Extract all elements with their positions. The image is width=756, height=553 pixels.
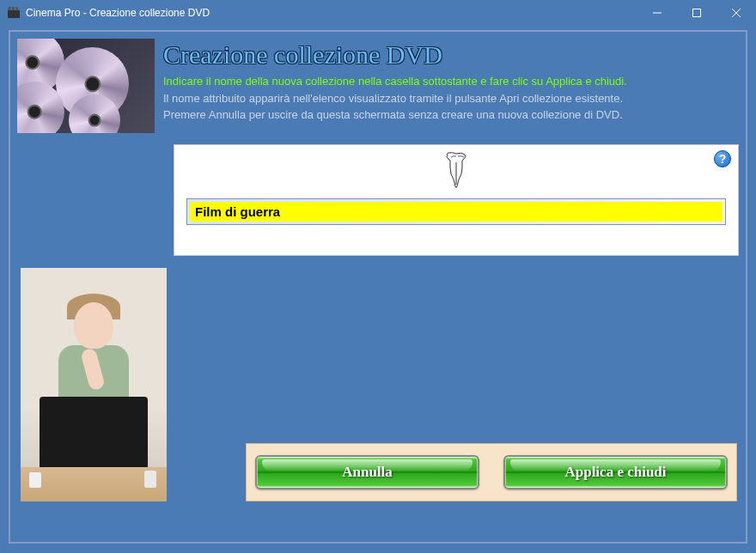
- bottom-row: Annulla Applica e chiudi: [10, 256, 746, 510]
- dvd-collection-image: [17, 39, 155, 133]
- header-text: Creazione collezione DVD Indicare il nom…: [163, 39, 739, 133]
- svg-rect-0: [8, 10, 20, 18]
- minimize-button[interactable]: [637, 0, 677, 26]
- instruction-secondary: Il nome attribuito apparirà nell'elenco …: [163, 90, 730, 107]
- instruction-primary: Indicare il nome della nuova collezione …: [163, 73, 730, 90]
- svg-rect-2: [12, 7, 15, 10]
- header-row: Creazione collezione DVD Indicare il nom…: [10, 32, 746, 140]
- input-container: [186, 198, 726, 225]
- window-title: Cinema Pro - Creazione collezione DVD: [26, 7, 637, 19]
- help-icon[interactable]: ?: [714, 150, 731, 167]
- instruction-tertiary: Premere Annulla per uscire da questa sch…: [163, 106, 730, 124]
- close-button[interactable]: [716, 0, 756, 26]
- app-icon: [7, 6, 21, 20]
- titlebar: Cinema Pro - Creazione collezione DVD: [0, 0, 756, 26]
- maximize-button[interactable]: [677, 0, 716, 26]
- window-controls: [637, 0, 756, 26]
- cancel-button[interactable]: Annulla: [255, 455, 479, 489]
- person-laptop-image: [21, 268, 167, 501]
- input-panel: ?: [174, 144, 739, 256]
- action-panel: Annulla Applica e chiudi: [177, 268, 737, 501]
- pointing-hand-icon: [441, 152, 472, 190]
- svg-rect-3: [15, 7, 18, 10]
- button-bar: Annulla Applica e chiudi: [246, 443, 737, 501]
- main-frame: Creazione collezione DVD Indicare il nom…: [9, 30, 747, 544]
- svg-rect-1: [8, 7, 11, 10]
- page-title: Creazione collezione DVD: [163, 40, 730, 70]
- apply-close-button[interactable]: Applica e chiudi: [503, 455, 728, 489]
- svg-rect-5: [693, 9, 701, 17]
- collection-name-input[interactable]: [190, 202, 722, 222]
